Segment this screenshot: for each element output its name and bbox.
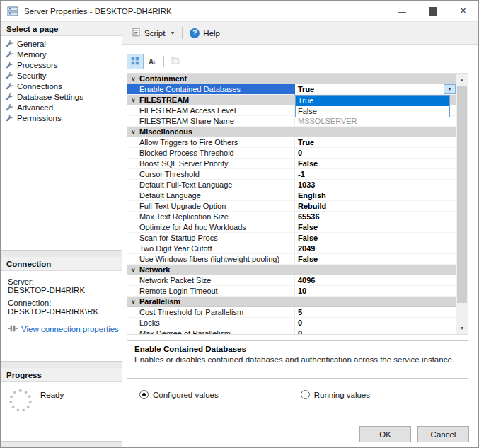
description-title: Enable Contained Databases xyxy=(134,345,461,353)
sidebar-item-processors[interactable]: Processors xyxy=(1,59,122,70)
scroll-up-icon[interactable]: ▲ xyxy=(456,74,468,86)
property-value[interactable]: True xyxy=(295,137,456,148)
collapse-chevron-icon: ∨ xyxy=(127,299,139,305)
property-row[interactable]: Cursor Threshold-1 xyxy=(127,169,456,180)
property-row[interactable]: FILESTREAM Share NameMSSQLSERVER xyxy=(127,116,456,127)
property-value[interactable]: 5 xyxy=(295,307,456,318)
category-row[interactable]: ∨Parallelism xyxy=(127,297,456,307)
category-row[interactable]: ∨Network xyxy=(127,265,456,275)
sidebar-item-advanced[interactable]: Advanced xyxy=(1,102,122,113)
property-label: Full-Text Upgrade Option xyxy=(127,201,295,212)
dropdown-option[interactable]: False xyxy=(296,106,449,117)
script-button-label: Script xyxy=(144,29,165,38)
configured-values-radio[interactable]: Configured values xyxy=(139,390,219,399)
property-row[interactable]: Max Text Replication Size65536 xyxy=(127,212,456,222)
category-label: Network xyxy=(139,265,170,274)
maximize-icon xyxy=(429,7,437,16)
property-row[interactable]: Default LanguageEnglish xyxy=(127,190,456,201)
categorized-button[interactable] xyxy=(127,54,144,69)
property-value[interactable]: Rebuild xyxy=(295,201,456,212)
connection-icon xyxy=(8,324,18,334)
property-value[interactable]: False xyxy=(295,222,456,233)
property-row[interactable]: Network Packet Size4096 xyxy=(127,275,456,286)
dropdown-option[interactable]: True xyxy=(296,96,449,106)
sidebar-item-general[interactable]: General xyxy=(1,38,122,49)
close-button[interactable]: ✕ xyxy=(448,1,478,21)
property-label: Max Degree of Parallelism xyxy=(127,328,295,335)
minimize-button[interactable]: — xyxy=(387,1,417,21)
sidebar-item-database-settings[interactable]: Database Settings xyxy=(1,91,122,102)
property-label: Boost SQL Server Priority xyxy=(127,159,295,169)
property-row[interactable]: Cost Threshold for Parallelism5 xyxy=(127,307,456,318)
connection-label: Connection: xyxy=(8,299,115,307)
property-value[interactable]: English xyxy=(295,190,456,201)
property-row[interactable]: Enable Contained DatabasesTrue▼ xyxy=(127,84,456,95)
server-icon xyxy=(7,6,18,17)
script-button[interactable]: Script ▼ xyxy=(127,25,179,41)
help-button[interactable]: ? Help xyxy=(185,25,224,41)
vertical-scrollbar[interactable]: ▲ ▼ xyxy=(456,74,468,334)
view-connection-properties-link[interactable]: View connection properties xyxy=(21,325,119,333)
sidebar-item-label: Memory xyxy=(17,50,47,59)
property-value[interactable]: False xyxy=(295,233,456,243)
scroll-down-icon[interactable]: ▼ xyxy=(456,322,468,334)
category-row[interactable]: ∨Containment xyxy=(127,74,456,84)
property-value[interactable]: True▼ xyxy=(295,84,456,95)
property-value[interactable]: 65536 xyxy=(295,212,456,222)
wrench-icon xyxy=(6,50,13,58)
property-row[interactable]: Allow Triggers to Fire OthersTrue xyxy=(127,137,456,148)
property-row[interactable]: Full-Text Upgrade OptionRebuild xyxy=(127,201,456,212)
category-row[interactable]: ∨Miscellaneous xyxy=(127,127,456,137)
property-row[interactable]: Blocked Process Threshold0 xyxy=(127,148,456,159)
sidebar-item-label: Processors xyxy=(17,61,58,69)
category-label: FILESTREAM xyxy=(139,96,189,104)
maximize-button[interactable] xyxy=(417,1,448,21)
property-label: Default Full-Text Language xyxy=(127,180,295,190)
ok-button[interactable]: OK xyxy=(359,426,411,442)
property-label: Remote Login Timeout xyxy=(127,286,295,297)
connection-value: DESKTOP-DH4RIRK\RK xyxy=(8,307,115,316)
sidebar-item-label: Permissions xyxy=(17,114,62,122)
property-row[interactable]: Locks0 xyxy=(127,318,456,328)
cancel-button[interactable]: Cancel xyxy=(417,426,469,442)
property-value[interactable]: 10 xyxy=(295,286,456,297)
server-properties-window: Server Properties - DESKTOP-DH4RIRK — ✕ … xyxy=(0,0,479,448)
property-row[interactable]: Scan for Startup ProcsFalse xyxy=(127,233,456,243)
sidebar-item-permissions[interactable]: Permissions xyxy=(1,113,122,123)
wrench-icon xyxy=(6,61,13,69)
script-dropdown-icon[interactable]: ▼ xyxy=(170,30,175,35)
property-row[interactable]: Boost SQL Server PriorityFalse xyxy=(127,159,456,169)
category-label: Containment xyxy=(139,74,187,83)
property-row[interactable]: Optimize for Ad hoc WorkloadsFalse xyxy=(127,222,456,233)
property-label: Cost Threshold for Parallelism xyxy=(127,307,295,318)
property-row[interactable]: Default Full-Text Language1033 xyxy=(127,180,456,190)
sidebar-item-connections[interactable]: Connections xyxy=(1,81,122,91)
property-value[interactable]: False xyxy=(295,159,456,169)
property-value[interactable]: MSSQLSERVER xyxy=(295,116,456,127)
property-value[interactable]: 0 xyxy=(295,328,456,335)
sidebar-item-security[interactable]: Security xyxy=(1,70,122,81)
collapse-chevron-icon: ∨ xyxy=(127,267,139,273)
property-row[interactable]: Use Windows fibers (lightweight pooling)… xyxy=(127,254,456,265)
main-content: A↓ ∨ContainmentEnable Contained Database… xyxy=(122,45,478,447)
scrollbar-thumb[interactable] xyxy=(457,86,467,303)
sidebar-item-memory[interactable]: Memory xyxy=(1,49,122,59)
combo-arrow-icon[interactable]: ▼ xyxy=(444,84,456,94)
property-value[interactable]: False xyxy=(295,254,456,265)
property-row[interactable]: Two Digit Year Cutoff2049 xyxy=(127,243,456,254)
script-icon xyxy=(132,28,141,38)
sidebar: Select a page GeneralMemoryProcessorsSec… xyxy=(1,22,122,447)
running-values-radio[interactable]: Running values xyxy=(301,390,370,399)
property-row[interactable]: Remote Login Timeout10 xyxy=(127,286,456,297)
dialog-buttons: OK Cancel xyxy=(359,426,469,442)
property-value[interactable]: 0 xyxy=(295,148,456,159)
property-value[interactable]: 4096 xyxy=(295,275,456,286)
property-value[interactable]: 0 xyxy=(295,318,456,328)
property-value[interactable]: -1 xyxy=(295,169,456,180)
description-text: Enables or disables contained databases … xyxy=(134,355,461,364)
property-value[interactable]: 1033 xyxy=(295,180,456,190)
property-row[interactable]: Max Degree of Parallelism0 xyxy=(127,328,456,335)
wrench-icon xyxy=(6,82,13,90)
property-value[interactable]: 2049 xyxy=(295,243,456,254)
alphabetical-sort-button[interactable]: A↓ xyxy=(144,54,161,69)
